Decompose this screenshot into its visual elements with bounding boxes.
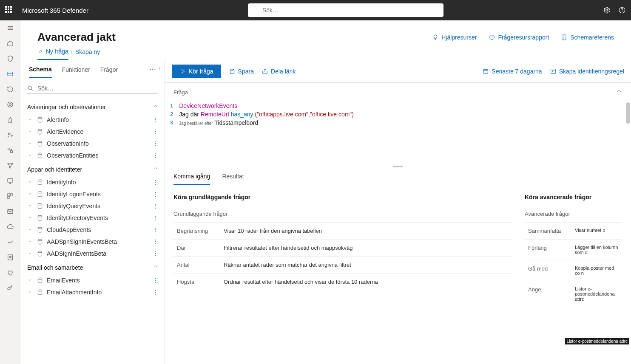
schema-group-header[interactable]: Email och samarbete	[26, 260, 162, 274]
chevron-down-icon	[27, 289, 34, 296]
audit-icon[interactable]	[6, 253, 14, 262]
learning-icon[interactable]	[6, 131, 14, 139]
email-icon[interactable]	[6, 207, 14, 216]
actions-icon[interactable]	[6, 85, 14, 93]
svg-rect-21	[8, 179, 13, 182]
query-pane: Kör fråga Spara Dela länk Senaste 7 daga…	[165, 60, 631, 364]
basic-heading: Köra grundläggande frågor	[173, 194, 512, 200]
schema-group-header[interactable]: Appar och identiteter	[26, 161, 162, 176]
hamburger-icon[interactable]	[6, 24, 14, 32]
reports-icon[interactable]	[6, 238, 14, 246]
run-query-button[interactable]: Kör fråga	[172, 65, 221, 78]
more-options-icon[interactable]: ⋮	[151, 128, 160, 135]
shield-icon[interactable]	[6, 54, 14, 63]
schema-table-row[interactable]: CloudAppEvents⋮	[26, 224, 162, 236]
more-options-icon[interactable]: ⋮	[151, 214, 160, 221]
schema-table-row[interactable]: AADSignInEventsBeta⋮	[26, 248, 162, 260]
schema-table-row[interactable]: ObservationEntities⋮	[26, 150, 162, 161]
adv-heading: Köra avancerade frågor	[525, 194, 622, 200]
devices-icon[interactable]	[6, 177, 14, 185]
health-icon[interactable]	[6, 268, 14, 277]
table-row[interactable]: AntalRäknar antalet rader som matchar de…	[173, 257, 512, 274]
tab-results[interactable]: Resultat	[222, 169, 244, 185]
schema-search-input[interactable]	[37, 85, 158, 92]
nodes-icon[interactable]	[6, 161, 14, 170]
table-name: CloudAppEvents	[47, 226, 91, 233]
save-icon	[229, 68, 236, 75]
header-links: Hjälpresurser Frågeresursrapport Schemar…	[432, 34, 614, 41]
schema-tabs-more-icon[interactable]: ⋯	[149, 65, 156, 78]
resource-report-link[interactable]: Frågeresursrapport	[489, 34, 549, 41]
table-row[interactable]: Gå medKoppla poster med co n	[525, 260, 622, 281]
more-options-icon[interactable]: ⋮	[151, 238, 160, 245]
cloud-icon[interactable]	[6, 223, 14, 231]
time-range-button[interactable]: Senaste 7 dagarna	[482, 68, 542, 75]
svg-rect-55	[551, 69, 555, 74]
create-detection-rule-button[interactable]: Skapa identifieringsregel	[550, 68, 624, 75]
table-row[interactable]: DärFiltrerar resultatet efter händelseti…	[173, 240, 512, 257]
settings-icon[interactable]	[603, 6, 611, 14]
more-options-icon[interactable]: ⋮	[151, 289, 160, 296]
help-icon[interactable]	[618, 6, 626, 14]
tooltip: Listor e-postmeddelandena attrc	[565, 338, 629, 344]
schema-reference-link[interactable]: Schemareferens	[561, 34, 614, 41]
table-row[interactable]: FörlängLägger till en kolumn som d	[525, 240, 622, 260]
secure-score-icon[interactable]	[6, 116, 14, 124]
schema-table-row[interactable]: IdentityInfo⋮	[26, 176, 162, 188]
schema-table-row[interactable]: AlertInfo⋮	[26, 114, 162, 126]
more-options-icon[interactable]: ⋮	[151, 226, 160, 233]
share-link-button[interactable]: Dela länk	[261, 68, 296, 75]
schema-tab-functions[interactable]: Funktioner	[62, 66, 90, 77]
schema-tab-queries[interactable]: Frågor	[100, 66, 118, 77]
app-launcher-icon[interactable]	[5, 6, 14, 14]
help-resources-link[interactable]: Hjälpresurser	[432, 34, 477, 41]
schema-table-row[interactable]: EmailAttachmentInfo⋮	[26, 286, 162, 298]
apps-icon[interactable]	[6, 192, 14, 200]
more-options-icon[interactable]: ⋮	[151, 179, 160, 186]
threat-icon[interactable]	[6, 100, 14, 109]
schema-search[interactable]	[27, 83, 158, 94]
schema-group-header[interactable]: Aviseringar och observationer	[26, 99, 162, 114]
table-row[interactable]: HögstaOrdnar resultat efter händelsetid …	[173, 274, 512, 291]
permissions-icon[interactable]	[6, 284, 14, 292]
splitter-handle[interactable]	[165, 164, 631, 169]
schema-table-row[interactable]: IdentityQueryEvents⋮	[26, 200, 162, 212]
tab-getting-started[interactable]: Komma igång	[173, 169, 210, 185]
svg-point-44	[38, 227, 42, 229]
svg-point-45	[38, 239, 42, 241]
tab-create-new[interactable]: + Skapa ny	[70, 48, 100, 59]
more-options-icon[interactable]: ⋮	[151, 116, 160, 123]
table-row[interactable]: SammanfattaVisar numret o	[525, 223, 622, 240]
schema-table-row[interactable]: AlertEvidence⋮	[26, 126, 162, 138]
chevron-up-icon	[153, 103, 159, 110]
schema-table-row[interactable]: IdentityDirectoryEvents⋮	[26, 212, 162, 224]
schema-table-row[interactable]: ObservationInfo⋮	[26, 138, 162, 150]
table-row[interactable]: AngeListor e-postmeddelandena attrc	[525, 281, 622, 307]
more-options-icon[interactable]: ⋮	[151, 140, 160, 147]
table-row[interactable]: BegränsningVisar 10 rader från den angiv…	[173, 223, 512, 240]
svg-line-1	[256, 11, 258, 12]
chevron-down-icon	[27, 179, 34, 186]
search-icon	[27, 85, 34, 92]
global-search-input[interactable]	[262, 7, 439, 14]
link-icon	[37, 48, 43, 54]
home-icon[interactable]	[6, 39, 14, 48]
schema-table-row[interactable]: AADSpnSignInEventsBeta⋮	[26, 236, 162, 248]
hunting-icon[interactable]	[6, 70, 14, 78]
more-options-icon[interactable]: ⋮	[151, 152, 160, 159]
more-options-icon[interactable]: ⋮	[151, 191, 160, 198]
collapse-editor-icon[interactable]	[616, 88, 622, 96]
schema-table-row[interactable]: IdentityLogonEvents⋮	[26, 188, 162, 200]
collapse-panel-icon[interactable]	[157, 65, 163, 73]
more-options-icon[interactable]: ⋮	[151, 203, 160, 209]
more-options-icon[interactable]: ⋮	[151, 277, 160, 284]
tab-new-query[interactable]: Ny fråga	[37, 48, 68, 60]
partners-icon[interactable]	[6, 146, 14, 155]
schema-table-row[interactable]: EmailEvents⋮	[26, 274, 162, 286]
schema-tab-schema[interactable]: Schema	[29, 66, 52, 78]
more-options-icon[interactable]: ⋮	[151, 250, 160, 257]
query-editor[interactable]: 123 DeviceNetworkEvents Jag där RemoteUr…	[165, 98, 631, 130]
global-search[interactable]	[248, 3, 443, 17]
save-button[interactable]: Spara	[229, 68, 254, 75]
editor-scrollbar[interactable]	[626, 102, 630, 166]
